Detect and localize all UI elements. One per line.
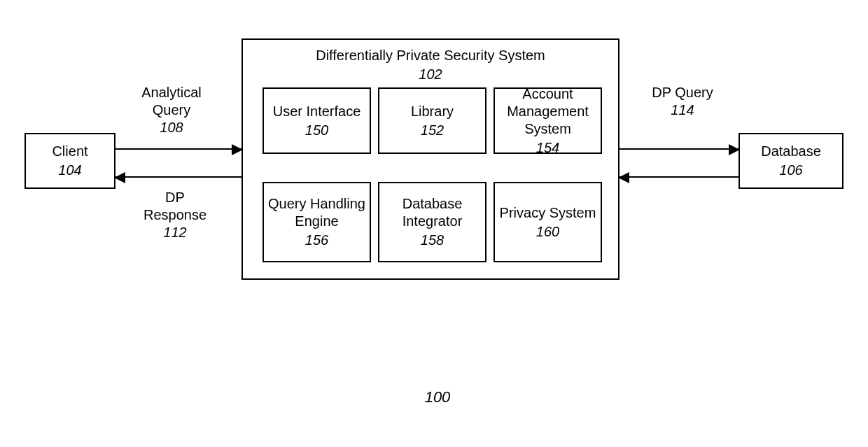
module-query-handling-engine-title: Query Handling Engine [264, 195, 370, 230]
label-analytical-query: Analytical Query 108 [130, 84, 214, 136]
arrow-analytical-query [115, 148, 241, 150]
module-privacy-system-title: Privacy System [500, 204, 596, 222]
module-library-number: 152 [421, 122, 444, 139]
module-account-management: Account Management System 154 [493, 87, 602, 154]
diagram-stage: Client 104 Database 106 Differentially P… [0, 0, 868, 447]
label-dp-response-number: 112 [136, 224, 214, 241]
label-dp-query-title: DP Query [648, 84, 718, 101]
label-dp-query: DP Query 114 [648, 84, 718, 119]
module-library-title: Library [411, 103, 454, 120]
client-number: 104 [58, 162, 81, 179]
figure-number: 100 [416, 388, 458, 406]
client-title: Client [52, 143, 88, 160]
module-account-management-title: Account Management System [495, 85, 601, 138]
module-library: Library 152 [378, 87, 486, 154]
label-analytical-query-number: 108 [130, 119, 214, 136]
label-dp-response: DP Response 112 [136, 189, 214, 241]
dp-security-system-title: Differentially Private Security System [316, 47, 545, 64]
module-user-interface-number: 150 [305, 122, 328, 139]
arrow-db-return [620, 176, 738, 178]
database-box: Database 106 [738, 133, 844, 189]
database-title: Database [761, 143, 821, 160]
arrow-dp-query [620, 148, 738, 150]
module-user-interface-title: User Interface [273, 103, 361, 120]
module-account-management-number: 154 [536, 139, 559, 157]
dp-security-system-number: 102 [419, 66, 442, 83]
module-database-integrator: Database Integrator 158 [378, 182, 486, 262]
label-dp-query-number: 114 [648, 101, 718, 119]
module-database-integrator-number: 158 [421, 232, 444, 249]
module-privacy-system-number: 160 [536, 223, 559, 241]
module-query-handling-engine: Query Handling Engine 156 [262, 182, 371, 262]
label-analytical-query-title: Analytical Query [130, 84, 214, 119]
module-user-interface: User Interface 150 [262, 87, 371, 154]
module-privacy-system: Privacy System 160 [493, 182, 602, 262]
client-box: Client 104 [24, 133, 115, 189]
module-database-integrator-title: Database Integrator [379, 195, 485, 230]
module-query-handling-engine-number: 156 [305, 232, 328, 249]
label-dp-response-title: DP Response [136, 189, 214, 224]
database-number: 106 [779, 162, 802, 179]
arrow-dp-response [115, 176, 241, 178]
